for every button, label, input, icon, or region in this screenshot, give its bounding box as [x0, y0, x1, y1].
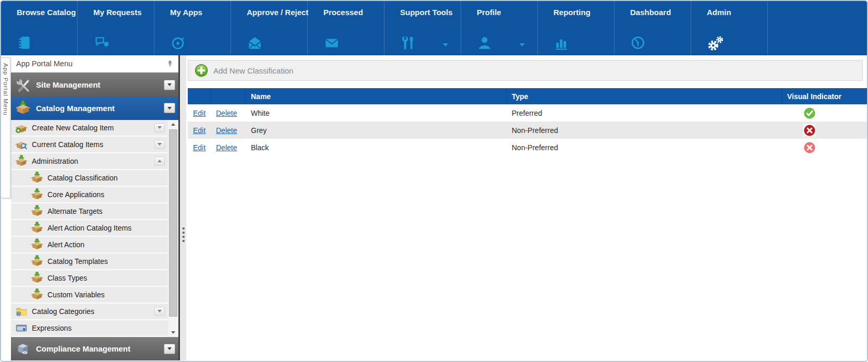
nav-my-requests[interactable]: My Requests — [78, 1, 154, 55]
menu-item-expressions[interactable]: Expressions — [11, 320, 168, 337]
expand-button[interactable] — [164, 344, 175, 354]
expressions-icon — [15, 322, 28, 334]
delete-link[interactable]: Delete — [216, 143, 237, 152]
menu-item-alert-action[interactable]: Alert Action — [11, 237, 168, 254]
cell-name: Grey — [246, 122, 507, 139]
menu-item-label: Alert Action Catalog Items — [47, 224, 168, 232]
nav-label: Reporting — [553, 8, 590, 17]
box-arrow-icon — [31, 188, 43, 201]
nav-reporting[interactable]: Reporting — [538, 1, 614, 55]
chevron-down-icon — [520, 43, 525, 46]
edit-link[interactable]: Edit — [193, 126, 206, 135]
scroll-down-arrow[interactable] — [168, 328, 178, 337]
menu-item-label: Expressions — [32, 324, 168, 332]
edit-link[interactable]: Edit — [193, 143, 206, 152]
box-search-icon — [15, 138, 28, 151]
menu-item-label: Create New Catalog Item — [32, 124, 154, 132]
menu-item-catalog-categories[interactable]: Catalog Categories — [11, 304, 168, 320]
menu-item-custom-variables[interactable]: Custom Variables — [11, 287, 168, 304]
box-arrow-icon — [31, 272, 43, 284]
cell-name: White — [246, 104, 507, 122]
sidebar-section-site-management[interactable]: Site Management — [11, 73, 178, 96]
box-plus-icon — [15, 122, 28, 134]
scroll-up-arrow[interactable] — [168, 120, 178, 129]
scrollbar-thumb[interactable] — [169, 129, 177, 317]
box-arrow-icon — [15, 100, 31, 116]
nav-profile[interactable]: Profile — [461, 1, 538, 55]
menu-item-alert-action-catalog-items[interactable]: Alert Action Catalog Items — [11, 220, 168, 237]
red-x-light-icon — [803, 141, 816, 154]
app-portal-window: Browse Catalog My Requests — [0, 0, 868, 362]
item-dropdown-button[interactable] — [154, 307, 165, 316]
nav-label: Approve / Reject — [247, 8, 308, 17]
catalog-management-items: Create New Catalog Item Current Catalog … — [11, 120, 168, 337]
menu-item-label: Current Catalog Items — [32, 140, 154, 149]
sidebar-header: App Portal Menu — [11, 55, 178, 73]
menu-item-current-catalog-items[interactable]: Current Catalog Items — [11, 137, 168, 153]
collapsed-menu-tab-label: App Portal Menu — [3, 63, 9, 116]
disc-icon — [170, 35, 186, 51]
item-dropdown-button[interactable] — [154, 123, 165, 132]
book-icon — [17, 35, 32, 51]
menu-item-label: Catalog Categories — [32, 307, 154, 316]
nav-processed[interactable]: Processed — [308, 1, 384, 55]
menu-item-catalog-templates[interactable]: Catalog Templates — [11, 254, 168, 270]
menu-item-label: Administration — [32, 157, 154, 165]
expand-button[interactable] — [164, 80, 175, 90]
bar-chart-icon — [553, 35, 569, 51]
collapsed-menu-tab[interactable]: App Portal Menu — [1, 55, 11, 360]
add-button-label: Add New Classification — [213, 66, 293, 75]
nav-dashboard[interactable]: Dashboard — [614, 1, 691, 55]
nav-browse-catalog[interactable]: Browse Catalog — [1, 1, 78, 55]
chevron-down-icon — [158, 143, 162, 146]
nav-my-apps[interactable]: My Apps — [154, 1, 231, 55]
box-arrow-icon — [31, 255, 43, 268]
menu-item-class-types[interactable]: Class Types — [11, 270, 168, 287]
sidebar-section-compliance-management[interactable]: Compliance Management — [11, 337, 178, 360]
open-envelope-icon — [247, 35, 262, 51]
menu-item-catalog-classification[interactable]: Catalog Classification — [11, 170, 168, 187]
green-check-icon — [803, 106, 816, 119]
add-new-classification-button[interactable]: Add New Classification — [188, 60, 863, 81]
section-label: Catalog Management — [36, 104, 164, 113]
pin-icon[interactable] — [166, 59, 174, 68]
nav-empty-space — [768, 1, 867, 55]
delete-link[interactable]: Delete — [216, 109, 237, 117]
nav-admin[interactable]: Admin — [691, 1, 768, 55]
nav-approve-reject[interactable]: Approve / Reject — [231, 1, 308, 55]
scrollbar-track[interactable] — [168, 129, 178, 328]
chevron-down-icon — [158, 310, 162, 312]
menu-item-core-applications[interactable]: Core Applications — [11, 187, 168, 203]
nav-label: Dashboard — [630, 8, 671, 17]
column-header-delete — [211, 88, 246, 104]
section-label: Compliance Management — [36, 344, 164, 353]
person-icon — [477, 35, 492, 51]
column-header-visual-indicator: Visual Indicator — [782, 88, 867, 104]
top-navigation-bar: Browse Catalog My Requests — [1, 1, 867, 55]
cell-type: Non-Preferred — [507, 122, 782, 139]
sidebar-section-catalog-management[interactable]: Catalog Management — [11, 96, 178, 120]
item-dropdown-button[interactable] — [154, 140, 165, 149]
chevron-down-icon — [167, 347, 172, 350]
nav-label: My Requests — [93, 8, 142, 17]
menu-item-administration[interactable]: Administration — [11, 153, 168, 170]
delete-link[interactable]: Delete — [216, 126, 237, 135]
green-plus-icon — [195, 64, 208, 77]
menu-item-alternate-targets[interactable]: Alternate Targets — [11, 203, 168, 220]
cell-type: Preferred — [507, 104, 782, 122]
edit-link[interactable]: Edit — [193, 109, 206, 117]
nav-label: Processed — [323, 8, 363, 17]
item-collapse-button[interactable] — [154, 156, 165, 166]
table-header-row: Name Type Visual Indicator — [188, 88, 867, 104]
collapse-button[interactable] — [164, 103, 175, 113]
chevron-down-icon — [443, 43, 448, 46]
panel-splitter[interactable] — [178, 55, 186, 360]
table-row: Edit Delete Grey Non-Preferred — [188, 122, 867, 139]
sidebar-scrollbar[interactable] — [168, 120, 178, 337]
column-header-type: Type — [507, 88, 782, 104]
menu-item-create-new-catalog-item[interactable]: Create New Catalog Item — [11, 120, 168, 137]
wrench-screwdriver-icon — [400, 35, 416, 51]
nav-support-tools[interactable]: Support Tools — [384, 1, 461, 55]
box-arrow-icon — [31, 172, 43, 184]
menu-item-label: Catalog Templates — [47, 257, 168, 266]
